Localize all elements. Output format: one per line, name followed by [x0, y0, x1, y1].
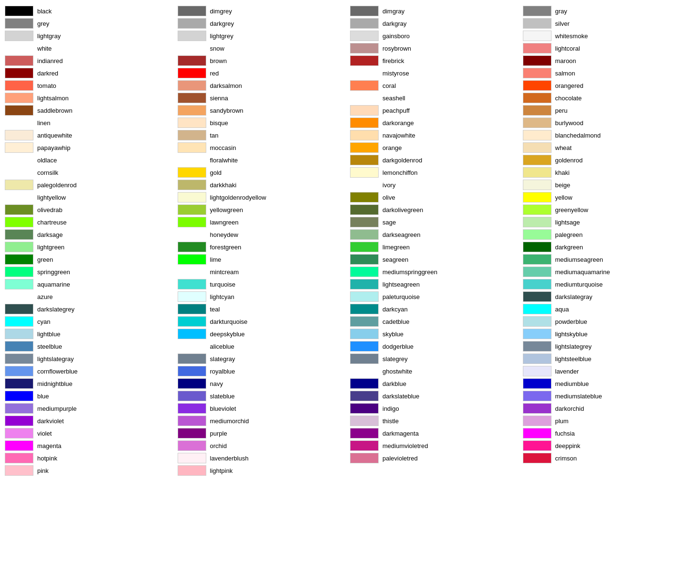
color-label: fuchsia [555, 430, 575, 437]
color-label: peru [555, 107, 568, 114]
color-label: blueviolet [210, 405, 236, 412]
color-swatch [523, 341, 552, 352]
color-label: darkmagenta [382, 430, 419, 437]
color-label: goldenrod [555, 157, 583, 164]
color-item: paleturquoise [350, 290, 523, 303]
color-swatch [350, 316, 379, 327]
color-swatch [5, 465, 33, 476]
color-swatch [5, 6, 33, 16]
color-label: papayawhip [37, 144, 70, 151]
color-label: lightgrey [210, 32, 233, 40]
color-swatch [5, 118, 33, 128]
color-item: magenta [5, 439, 178, 452]
color-item: antiquewhite [5, 129, 178, 141]
color-label: darkgrey [210, 20, 234, 27]
color-label: saddlebrown [37, 107, 73, 114]
color-swatch [5, 18, 33, 29]
color-label: silver [555, 20, 570, 27]
color-swatch [350, 55, 379, 66]
color-item: saddlebrown [5, 104, 178, 117]
column-3: graysilverwhitesmokelightcoralmaroonsalm… [523, 5, 696, 477]
color-item: goldenrod [523, 154, 696, 166]
color-label: darkseagreen [382, 231, 421, 238]
color-item: mediumpurple [5, 402, 178, 415]
color-item: mediumslateblue [523, 390, 696, 402]
color-item: skyblue [350, 328, 523, 340]
color-label: blue [37, 393, 49, 400]
color-swatch [350, 366, 379, 376]
color-swatch [178, 378, 206, 389]
color-label: lightcyan [210, 293, 234, 300]
color-swatch [178, 167, 206, 178]
color-swatch [5, 416, 33, 426]
color-swatch [523, 353, 552, 364]
color-label: springgreen [37, 268, 70, 276]
color-item: khaki [523, 166, 696, 179]
color-item: aquamarine [5, 278, 178, 290]
color-item: darkred [5, 67, 178, 79]
color-swatch [178, 267, 206, 277]
color-label: whitesmoke [555, 32, 588, 40]
color-item: lightpink [178, 464, 350, 477]
color-label: navy [210, 380, 223, 387]
color-swatch [523, 242, 552, 252]
color-swatch [523, 180, 552, 190]
color-label: darkgreen [555, 244, 583, 251]
color-label: burlywood [555, 119, 583, 127]
color-item: darkgrey [178, 17, 350, 30]
color-swatch [350, 254, 379, 265]
color-swatch [178, 254, 206, 265]
color-item: gray [523, 5, 696, 17]
color-label: white [37, 45, 52, 52]
color-item: thistle [350, 415, 523, 427]
color-label: orangered [555, 82, 583, 89]
color-swatch [523, 192, 552, 203]
color-swatch [523, 329, 552, 339]
color-label: tomato [37, 82, 56, 89]
color-swatch [350, 192, 379, 203]
color-item: honeydew [178, 228, 350, 241]
color-swatch [523, 105, 552, 116]
color-item: darkkhaki [178, 179, 350, 191]
color-swatch [350, 180, 379, 190]
color-swatch [523, 378, 552, 389]
color-label: lightcoral [555, 45, 580, 52]
color-label: deeppink [555, 442, 581, 449]
color-label: slategrey [382, 355, 408, 363]
color-label: snow [210, 45, 224, 52]
color-swatch [350, 6, 379, 16]
color-swatch [350, 167, 379, 178]
color-label: lightgreen [37, 244, 64, 251]
color-item: greenyellow [523, 203, 696, 216]
color-label: deepskyblue [210, 331, 245, 338]
color-item: darksage [5, 228, 178, 241]
color-swatch [523, 31, 552, 41]
color-item: lightgrey [178, 30, 350, 42]
color-label: coral [382, 82, 396, 89]
color-item: darksalmon [178, 79, 350, 92]
color-item: lawngreen [178, 216, 350, 228]
color-item: slateblue [178, 390, 350, 402]
color-item: sienna [178, 92, 350, 104]
color-label: khaki [555, 169, 570, 176]
color-swatch [178, 18, 206, 29]
color-item: pink [5, 464, 178, 477]
color-label: hotpink [37, 455, 57, 462]
color-label: firebrick [382, 57, 404, 64]
color-swatch [350, 229, 379, 240]
color-label: pink [37, 467, 49, 474]
color-swatch [350, 453, 379, 463]
color-item: darkturquoise [178, 315, 350, 328]
color-swatch [178, 155, 206, 165]
color-label: slateblue [210, 393, 235, 400]
color-item: olive [350, 191, 523, 203]
color-item: lavender [523, 365, 696, 377]
color-item: lightcoral [523, 42, 696, 54]
color-item: darkolivegreen [350, 203, 523, 216]
color-label: forestgreen [210, 244, 242, 251]
color-item: lightsage [523, 216, 696, 228]
color-swatch [5, 329, 33, 339]
color-swatch [350, 440, 379, 451]
color-label: darkred [37, 70, 58, 77]
color-label: orange [382, 144, 402, 151]
